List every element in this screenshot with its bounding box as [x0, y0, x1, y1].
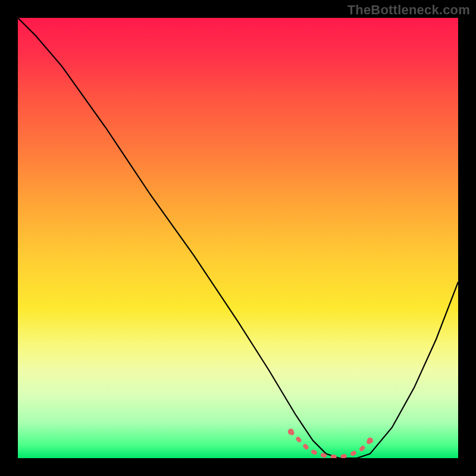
bottleneck-curve	[18, 18, 458, 458]
svg-point-0	[288, 429, 294, 435]
chart-frame: TheBottleneck.com	[0, 0, 476, 476]
svg-point-1	[367, 437, 373, 443]
watermark-text: TheBottleneck.com	[347, 2, 470, 18]
plot-area	[18, 18, 458, 458]
optimal-range	[288, 429, 373, 457]
curve-svg	[18, 18, 458, 458]
